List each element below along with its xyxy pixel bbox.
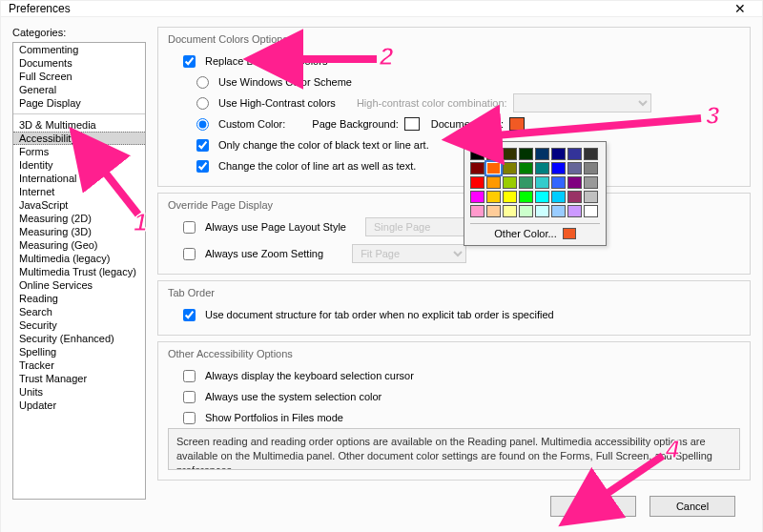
keyboard-cursor-checkbox[interactable]	[183, 370, 196, 382]
use-windows-label: Use Windows Color Scheme	[218, 76, 352, 88]
color-cell[interactable]	[519, 205, 533, 217]
other-color-row[interactable]: Other Color...	[470, 223, 600, 239]
page-bg-label: Page Background:	[312, 118, 399, 130]
color-cell[interactable]	[470, 205, 485, 217]
color-cell[interactable]	[486, 176, 501, 189]
list-item[interactable]: Internet	[13, 185, 145, 198]
color-cell[interactable]	[584, 162, 598, 174]
color-cell[interactable]	[519, 148, 533, 160]
list-item[interactable]: Spelling	[13, 345, 145, 358]
doc-text-label: Document Text:	[431, 118, 504, 130]
ok-button[interactable]: OK	[550, 496, 636, 517]
color-cell[interactable]	[470, 191, 485, 203]
color-cell[interactable]	[519, 162, 533, 174]
color-cell[interactable]	[503, 205, 517, 217]
list-item[interactable]: Identity	[13, 158, 145, 172]
use-highcontrast-label: Use High-Contrast colors	[218, 97, 336, 109]
custom-color-radio[interactable]	[196, 118, 209, 131]
list-item[interactable]: Multimedia Trust (legacy)	[13, 265, 145, 278]
color-cell[interactable]	[535, 205, 549, 217]
color-picker-popup[interactable]: Other Color...	[464, 141, 607, 246]
color-cell[interactable]	[486, 148, 501, 160]
color-cell[interactable]	[535, 176, 549, 189]
color-cell[interactable]	[584, 176, 598, 189]
doc-text-swatch[interactable]	[509, 117, 525, 131]
color-cell[interactable]	[503, 162, 517, 174]
list-item[interactable]: Security	[13, 318, 145, 332]
list-item[interactable]: Search	[13, 305, 145, 318]
list-item[interactable]: Security (Enhanced)	[13, 332, 145, 345]
color-cell[interactable]	[567, 205, 582, 217]
list-item[interactable]: JavaScript	[13, 198, 145, 212]
list-item[interactable]: Units	[13, 385, 145, 399]
list-item[interactable]: General	[13, 83, 145, 96]
list-item[interactable]: International	[13, 172, 145, 185]
list-item[interactable]: Measuring (2D)	[13, 212, 145, 225]
change-lineart-checkbox[interactable]	[196, 160, 209, 173]
always-layout-checkbox[interactable]	[183, 221, 196, 234]
list-item[interactable]: 3D & Multimedia	[13, 118, 145, 132]
close-icon[interactable]: ✕	[726, 1, 754, 16]
color-cell[interactable]	[551, 176, 566, 189]
group-tab-order: Tab Order Use document structure for tab…	[157, 280, 751, 336]
only-black-checkbox[interactable]	[196, 139, 209, 152]
color-cell[interactable]	[551, 148, 566, 160]
color-cell[interactable]	[567, 176, 582, 189]
color-cell[interactable]	[535, 162, 549, 174]
color-cell[interactable]	[519, 191, 533, 203]
highcontrast-combo-label: High-contrast color combination:	[357, 97, 507, 109]
list-item[interactable]: Page Display	[13, 96, 145, 110]
use-windows-radio[interactable]	[196, 76, 209, 89]
cancel-button[interactable]: Cancel	[650, 496, 735, 517]
color-cell[interactable]	[584, 205, 598, 217]
color-cell[interactable]	[470, 162, 485, 174]
always-zoom-checkbox[interactable]	[183, 248, 196, 260]
color-cell[interactable]	[503, 148, 517, 160]
color-cell[interactable]	[551, 205, 566, 217]
list-item[interactable]: Reading	[13, 292, 145, 305]
categories-list[interactable]: CommentingDocumentsFull ScreenGeneralPag…	[12, 42, 146, 500]
list-item[interactable]: Online Services	[13, 278, 145, 292]
list-item[interactable]: Trust Manager	[13, 372, 145, 385]
replace-colors-checkbox[interactable]	[183, 55, 196, 68]
page-bg-swatch[interactable]	[404, 117, 420, 131]
color-cell[interactable]	[535, 148, 549, 160]
list-item[interactable]: Full Screen	[13, 70, 145, 83]
list-item[interactable]: Accessibility	[13, 132, 145, 145]
list-item[interactable]: Tracker	[13, 358, 145, 372]
list-item[interactable]: Updater	[13, 399, 145, 412]
list-item[interactable]: Measuring (3D)	[13, 225, 145, 238]
color-cell[interactable]	[486, 162, 501, 174]
color-cell[interactable]	[551, 191, 566, 203]
system-color-label: Always use the system selection color	[205, 391, 382, 402]
color-cell[interactable]	[567, 162, 582, 174]
window-title: Preferences	[9, 2, 726, 15]
layout-select: Single Page	[365, 217, 480, 236]
use-highcontrast-radio[interactable]	[196, 97, 209, 110]
color-cell[interactable]	[584, 148, 598, 160]
color-cell[interactable]	[584, 191, 598, 203]
color-cell[interactable]	[503, 191, 517, 203]
color-cell[interactable]	[551, 162, 566, 174]
color-cell[interactable]	[486, 205, 501, 217]
color-cell[interactable]	[486, 191, 501, 203]
tab-order-checkbox[interactable]	[183, 309, 196, 321]
system-color-checkbox[interactable]	[183, 391, 196, 403]
info-message: Screen reading and reading order options…	[168, 428, 740, 470]
list-item[interactable]: Documents	[13, 56, 145, 70]
list-item[interactable]: Measuring (Geo)	[13, 238, 145, 252]
portfolios-checkbox[interactable]	[183, 412, 196, 424]
color-grid[interactable]	[470, 148, 600, 217]
list-item[interactable]: Commenting	[13, 43, 145, 56]
list-item[interactable]: Forms	[13, 145, 145, 158]
keyboard-cursor-label: Always display the keyboard selection cu…	[205, 370, 414, 381]
categories-label: Categories:	[12, 27, 146, 38]
color-cell[interactable]	[519, 176, 533, 189]
color-cell[interactable]	[535, 191, 549, 203]
color-cell[interactable]	[470, 148, 485, 160]
color-cell[interactable]	[470, 176, 485, 189]
color-cell[interactable]	[567, 148, 582, 160]
color-cell[interactable]	[567, 191, 582, 203]
list-item[interactable]: Multimedia (legacy)	[13, 252, 145, 265]
color-cell[interactable]	[503, 176, 517, 189]
